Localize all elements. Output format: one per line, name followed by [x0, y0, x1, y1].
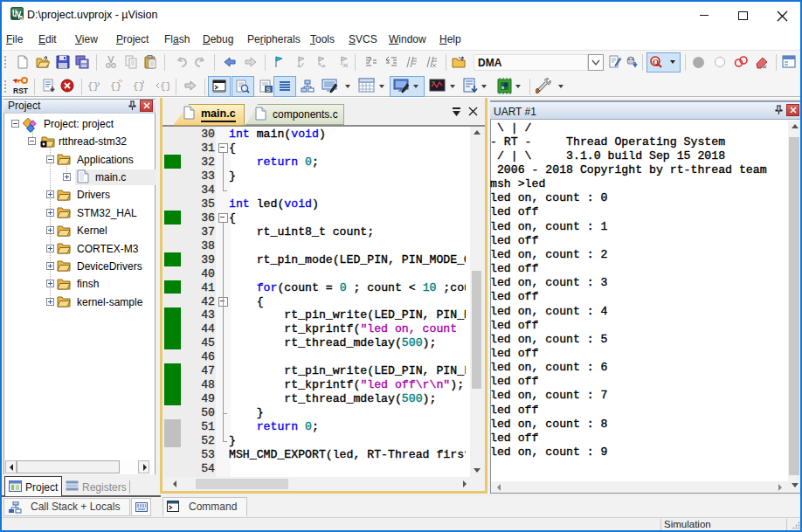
svg-text:Q: Q	[653, 58, 659, 66]
svg-text:{}: {}	[160, 81, 169, 92]
svg-text:{}: {}	[133, 81, 144, 92]
svg-text:S: S	[266, 86, 271, 93]
svg-text:RST: RST	[13, 86, 29, 95]
svg-text:5: 5	[19, 15, 23, 21]
svg-text:{}: {}	[110, 81, 121, 92]
svg-text:{}: {}	[87, 81, 99, 92]
